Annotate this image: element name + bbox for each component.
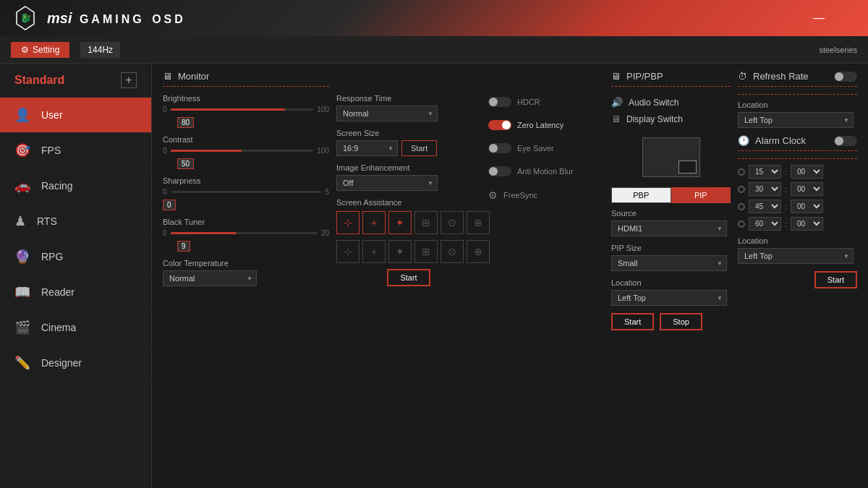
- refresh-rate-toggle[interactable]: [834, 72, 857, 82]
- add-profile-button[interactable]: +: [121, 72, 137, 88]
- sidebar-item-racing[interactable]: 🚗 Racing: [0, 168, 151, 204]
- minimize-button[interactable]: —: [807, 10, 830, 26]
- source-select-wrapper: HDMI1 HDMI2 DP: [611, 221, 727, 236]
- pip-stop-button[interactable]: Stop: [660, 313, 702, 330]
- sidebar-item-user[interactable]: 👤 User: [0, 98, 151, 133]
- sidebar-item-rpg[interactable]: 🔮 RPG: [0, 239, 151, 275]
- pip-location-label: Location: [611, 278, 731, 287]
- alarm-hours-1[interactable]: 15: [749, 165, 781, 179]
- logo-area: 🐉 msi GAMING OSD: [11, 4, 186, 33]
- image-enhancement-group: Image Enhancement Off Low Medium High: [336, 163, 481, 191]
- alarm-location-select[interactable]: Left Top Right Top Left Bottom Right Bot…: [738, 248, 854, 264]
- features-panel: spacer HDCR Zero Latency Eye S: [488, 71, 604, 481]
- sharpness-track[interactable]: [171, 191, 322, 193]
- alarm-icon: 🕐: [738, 135, 749, 146]
- setting-button[interactable]: ⚙ Setting: [11, 42, 69, 58]
- brightness-slider-container: 0 100: [163, 106, 329, 114]
- assist-btn-2[interactable]: +: [362, 211, 386, 234]
- alarm-divider: [738, 158, 857, 159]
- screen-size-start-button[interactable]: Start: [401, 140, 437, 156]
- alarm-clock-toggle[interactable]: [834, 136, 857, 146]
- alarm-hours-4[interactable]: 60: [749, 217, 781, 231]
- image-enhancement-select[interactable]: Off Low Medium High: [336, 175, 438, 191]
- assist-btn-8[interactable]: +: [362, 240, 386, 263]
- alarm-minutes-3[interactable]: 00: [791, 200, 823, 213]
- header-bar: ⚙ Setting 144Hz steelseries: [0, 36, 868, 64]
- freesync-label: FreeSync: [503, 191, 537, 200]
- color-temp-select-wrapper: Normal Warm Cool: [163, 270, 257, 286]
- alarm-radio-4[interactable]: [738, 221, 745, 228]
- refresh-divider: [738, 94, 857, 95]
- zero-latency-row: Zero Latency: [488, 117, 604, 133]
- pip-size-group: PIP Size Small Medium Large: [611, 244, 731, 271]
- assist-btn-7[interactable]: ⊹: [336, 240, 359, 263]
- anti-motion-toggle[interactable]: [488, 166, 511, 176]
- black-tuner-group: Black Tuner 0 20 9: [163, 218, 329, 252]
- pip-location-select-wrapper: Left Top Right Top Left Bottom Right Bot…: [611, 290, 727, 306]
- sidebar-item-cinema[interactable]: 🎬 Cinema: [0, 310, 151, 346]
- zero-latency-label: Zero Latency: [517, 121, 563, 129]
- color-temp-select[interactable]: Normal Warm Cool: [163, 270, 257, 286]
- zero-latency-toggle[interactable]: [488, 120, 511, 130]
- close-button[interactable]: ✕: [836, 10, 857, 27]
- alarm-minutes-4[interactable]: 00: [791, 217, 823, 231]
- sidebar-item-fps[interactable]: 🎯 FPS: [0, 133, 151, 168]
- screen-size-select[interactable]: 16:9 4:3 1:1: [336, 140, 398, 156]
- pip-size-label: PIP Size: [611, 244, 731, 252]
- assist-btn-12[interactable]: ⊕: [467, 240, 490, 263]
- pip-tab[interactable]: PIP: [671, 187, 731, 203]
- source-select[interactable]: HDMI1 HDMI2 DP: [611, 221, 727, 236]
- rts-icon: ♟: [14, 213, 26, 229]
- alarm-radio-1[interactable]: [738, 168, 745, 176]
- screen-assistance-start-button[interactable]: Start: [387, 269, 430, 286]
- hdcr-label: HDCR: [517, 98, 540, 106]
- black-tuner-track[interactable]: [171, 232, 318, 234]
- alarm-start-button[interactable]: Start: [814, 271, 857, 288]
- contrast-track[interactable]: [171, 150, 314, 152]
- assist-btn-1[interactable]: ⊹: [336, 211, 359, 234]
- alarm-hours-3[interactable]: 45: [749, 200, 781, 213]
- pip-start-button[interactable]: Start: [611, 313, 654, 330]
- alarm-radio-2[interactable]: [738, 186, 745, 193]
- refresh-location-label: Location: [738, 100, 857, 109]
- black-tuner-fill: [171, 232, 237, 234]
- hz-button[interactable]: 144Hz: [80, 42, 120, 58]
- anti-motion-row: Anti Motion Blur: [488, 163, 604, 179]
- sidebar-item-designer[interactable]: ✏️ Designer: [0, 346, 151, 381]
- alarm-hours-2[interactable]: 30: [749, 182, 781, 196]
- racing-icon: 🚗: [14, 178, 30, 194]
- pip-start-stop-container: Start Stop: [611, 313, 731, 330]
- msi-dragon-icon: 🐉: [11, 4, 40, 33]
- response-select-wrapper: Normal Fast Fastest: [336, 106, 438, 121]
- pbp-tab[interactable]: PBP: [611, 187, 671, 203]
- assist-btn-5[interactable]: ⊙: [441, 211, 464, 234]
- sidebar-item-rts[interactable]: ♟ RTS: [0, 204, 151, 239]
- brightness-track[interactable]: [171, 108, 314, 111]
- screen-assistance-label: Screen Assistance: [336, 198, 481, 207]
- assist-btn-6[interactable]: ⊕: [467, 211, 490, 234]
- pip-tabs: PBP PIP: [611, 187, 731, 203]
- assist-btn-3[interactable]: ✦: [388, 211, 412, 234]
- pip-location-select[interactable]: Left Top Right Top Left Bottom Right Bot…: [611, 290, 727, 306]
- sharpness-value: 0: [163, 200, 176, 210]
- eye-saver-toggle[interactable]: [488, 143, 511, 153]
- alarm-radio-3[interactable]: [738, 203, 745, 210]
- assist-btn-4[interactable]: ⊞: [414, 211, 438, 234]
- assist-btn-11[interactable]: ⊙: [441, 240, 464, 263]
- pip-inner-box: [678, 160, 697, 174]
- sidebar-item-reader[interactable]: 📖 Reader: [0, 275, 151, 310]
- main-layout: Standard + 👤 User 🎯 FPS 🚗 Racing ♟ RTS 🔮…: [0, 64, 868, 488]
- alarm-minutes-1[interactable]: 00: [791, 165, 823, 179]
- rpg-icon: 🔮: [14, 249, 30, 265]
- alarm-rows: 15 : 00 30 : 00 45 : 00: [738, 165, 857, 231]
- gear-icon: ⚙: [21, 45, 29, 55]
- assist-btn-10[interactable]: ⊞: [414, 240, 438, 263]
- alarm-minutes-2[interactable]: 00: [791, 182, 823, 196]
- refresh-location-select[interactable]: Left Top Right Top Left Bottom Right Bot…: [738, 112, 854, 128]
- pip-size-select[interactable]: Small Medium Large: [611, 255, 727, 271]
- response-time-select[interactable]: Normal Fast Fastest: [336, 106, 438, 121]
- assist-btn-9[interactable]: ✦: [388, 240, 412, 263]
- audio-icon: 🔊: [611, 97, 623, 108]
- screen-size-group: Screen Size 16:9 4:3 1:1 Start: [336, 129, 481, 156]
- hdcr-toggle[interactable]: [488, 97, 511, 107]
